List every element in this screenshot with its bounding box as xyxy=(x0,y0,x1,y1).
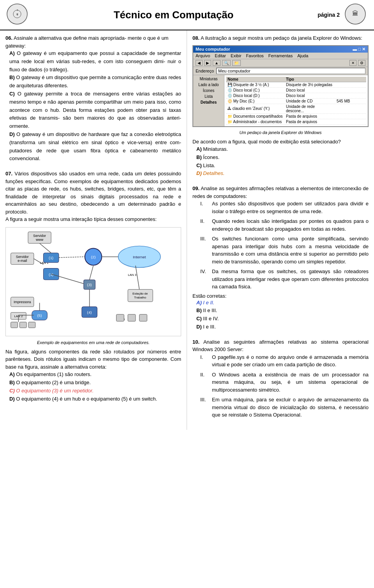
q09-item-i: I. As pontes são dispositivos que podem … xyxy=(200,200,369,215)
network-svg: Servidor www Servidor e-mail Impressora … xyxy=(8,230,178,334)
win-row-admin-name: 📁 Administrador - documentos xyxy=(226,119,284,124)
q09-text-i: As pontes são dispositivos que podem ser… xyxy=(212,200,369,215)
q09-label-iv: IV. xyxy=(200,268,210,291)
win-menu-favoritos[interactable]: Favoritos xyxy=(246,53,264,58)
q06-option-a: A) O gateway é um equipamento que possui… xyxy=(9,49,181,74)
question-06: 06. Assinale a alternativa que define ma… xyxy=(5,34,181,163)
win-row-y-type: Unidade de rede descone... xyxy=(284,104,335,113)
q09-text-ii: Quando redes locais são interligadas por… xyxy=(212,217,369,233)
win-menu-editar[interactable]: Editar xyxy=(215,53,226,58)
svg-text:(3): (3) xyxy=(87,282,92,286)
q09-sublist: I. As pontes são dispositivos que podem … xyxy=(200,200,369,291)
win-row-c[interactable]: 💿 Disco local (C:) Disco local xyxy=(226,88,366,93)
q09-answers: Estão corretas: A) I e II. B) II e III. … xyxy=(192,293,369,331)
logo-right: 🏛 xyxy=(344,3,368,26)
win-search-btn[interactable]: 🔍 xyxy=(222,60,231,66)
win-row-c-name: 💿 Disco local (C:) xyxy=(226,88,284,93)
q07-option-a: A) Os equipamentos (1) são routers. xyxy=(9,371,181,379)
win-title-bar: Meu computador ▬ □ ✕ xyxy=(193,46,368,53)
q08-option-a: A) Miniaturas. xyxy=(196,145,369,154)
q10-item-i: I. O pagefile.sys é o nome do arquivo on… xyxy=(200,353,369,369)
win-panel-lista[interactable]: Lista xyxy=(195,94,222,99)
win-row-a[interactable]: 💾 Disquete de 3 ½ (A:) Disquete de 3½ po… xyxy=(226,82,366,88)
question-09: 09. Analise as seguintes afirmações rela… xyxy=(192,185,369,331)
q08-option-d: D) Detalhes. xyxy=(196,170,369,178)
win-delete-btn[interactable]: ✕ xyxy=(349,60,356,66)
win-folders-btn[interactable]: 📁 xyxy=(232,60,241,66)
win-row-e-size: 545 MB xyxy=(335,99,358,104)
svg-rect-41 xyxy=(19,322,26,328)
q09-text-iv: Da mesma forma que os switches, os gatew… xyxy=(212,268,369,291)
win-row-d[interactable]: 💿 Disco local (D:) Disco local xyxy=(226,93,366,99)
q08-option-c: C) Lista. xyxy=(196,162,369,170)
svg-text:🏛: 🏛 xyxy=(352,10,358,17)
right-column: 08. A ilustração a seguir mostra um peda… xyxy=(187,30,374,430)
q10-text-i: O pagefile.sys é o nome do arquivo onde … xyxy=(212,353,369,369)
q10-item-ii: II. O Windows aceita a existência de mai… xyxy=(200,371,369,394)
q09-label-i: I. xyxy=(200,200,210,215)
win-row-e[interactable]: 📀 My Disc (E:) Unidade de CD 545 MB xyxy=(226,99,366,104)
question-10: 10. Analise as seguintes afirmações rela… xyxy=(192,338,369,419)
win-forward-btn[interactable]: ▶ xyxy=(204,60,211,66)
q09-option-c: C) III e IV. xyxy=(196,315,369,323)
win-table-header: Nome Tipo xyxy=(226,77,366,82)
page-title: Técnico em Computação xyxy=(30,9,318,21)
header: ⚜ ✟ Técnico em Computação página 2 🏛 xyxy=(0,0,374,30)
win-back-btn[interactable]: ◀ xyxy=(196,60,203,66)
win-panel-detalhes[interactable]: Detalhes xyxy=(195,100,222,104)
q09-label-iii: III. xyxy=(200,235,210,265)
q10-item-iii: III. Em uma máquina, para se excluir o a… xyxy=(200,396,369,419)
q09-intro: 09. Analise as seguintes afirmações rela… xyxy=(192,185,369,200)
win-row-docs[interactable]: 📁 Documentos compartilhados Pasta de arq… xyxy=(226,114,366,119)
win-row-admin-type: Pasta de arquivos xyxy=(284,119,335,124)
q06-intro: Assinale a alternativa que define mais a… xyxy=(5,35,168,49)
question-07: 07. Vários dispositivos são usados em um… xyxy=(5,170,181,403)
q06-option-c: C) O gateway permite a troca de mensagen… xyxy=(9,90,181,131)
win-toolbar: ◀ ▶ ▲ 🔍 📁 ✕ ⚙ xyxy=(193,59,368,67)
q07-figure-caption: Exemplo de equipamentos em uma rede de c… xyxy=(5,340,181,345)
win-row-y[interactable]: 🖧 claudio em 'Zeus' (Y:) Unidade de rede… xyxy=(226,104,366,114)
win-menu-exibir[interactable]: Exibir xyxy=(231,53,242,58)
q09-option-d: D) I e III. xyxy=(196,323,369,331)
svg-text:LAN 3: LAN 3 xyxy=(128,273,137,277)
win-row-docs-type: Pasta de arquivos xyxy=(284,114,335,119)
svg-text:www: www xyxy=(35,237,44,241)
win-row-c-type: Disco local xyxy=(284,88,335,93)
q09-item-ii: II. Quando redes locais são interligadas… xyxy=(200,217,369,233)
win-menu-ajuda[interactable]: Ajuda xyxy=(297,53,308,58)
win-panel-miniaturas[interactable]: Miniaturas xyxy=(195,77,222,81)
svg-rect-37 xyxy=(116,314,124,321)
win-row-y-name: 🖧 claudio em 'Zeus' (Y:) xyxy=(226,106,284,111)
q09-item-iv: IV. Da mesma forma que os switches, os g… xyxy=(200,268,369,291)
win-menu-bar: Arquivo Editar Exibir Favoritos Ferramen… xyxy=(193,53,368,59)
q06-number: 06. xyxy=(5,35,12,41)
svg-text:(2): (2) xyxy=(91,255,95,259)
svg-rect-38 xyxy=(128,314,136,321)
q10-label-iii: III. xyxy=(200,396,210,419)
win-menu-ferramentas[interactable]: Ferramentas xyxy=(268,53,293,58)
q08-intro: 08. A ilustração a seguir mostra um peda… xyxy=(192,34,369,42)
q07-number-intro: 07. Vários dispositivos são usados em um… xyxy=(5,170,181,215)
win-caption: Um pedaço da janela Explorer do Windows xyxy=(192,130,369,135)
win-main-panel: Nome Tipo 💾 Disquete de 3 ½ (A:) Disquet… xyxy=(224,75,368,126)
question-08: 08. A ilustração a seguir mostra um peda… xyxy=(192,34,369,178)
svg-text:Impressora: Impressora xyxy=(14,300,31,304)
win-menu-arquivo[interactable]: Arquivo xyxy=(196,53,210,58)
win-row-a-name: 💾 Disquete de 3 ½ (A:) xyxy=(226,82,284,87)
win-up-btn[interactable]: ▲ xyxy=(213,60,221,66)
win-panel-icones[interactable]: Ícones xyxy=(195,88,222,93)
q09-item-iii: III. Os switches funcionam como uma pont… xyxy=(200,235,369,265)
win-col-type-header: Tipo xyxy=(284,77,335,82)
q10-sublist: I. O pagefile.sys é o nome do arquivo on… xyxy=(200,353,369,419)
win-settings-btn[interactable]: ⚙ xyxy=(358,60,365,66)
q07-option-b: B) O equipamento (2) é uma bridge. xyxy=(9,379,181,387)
win-panel-lado[interactable]: Lado a lado xyxy=(195,83,222,87)
svg-rect-42 xyxy=(28,322,35,328)
win-col-name-header: Nome xyxy=(226,77,284,82)
win-title: Meu computador xyxy=(196,47,230,51)
win-controls: ▬ □ ✕ xyxy=(353,47,365,52)
win-row-admin[interactable]: 📁 Administrador - documentos Pasta de ar… xyxy=(226,119,366,125)
win-address-field[interactable]: Meu computador xyxy=(216,68,365,74)
win-address-label: Endereço xyxy=(196,69,214,73)
q06-option-b: B) O gateway é um dispositivo que permit… xyxy=(9,74,181,90)
